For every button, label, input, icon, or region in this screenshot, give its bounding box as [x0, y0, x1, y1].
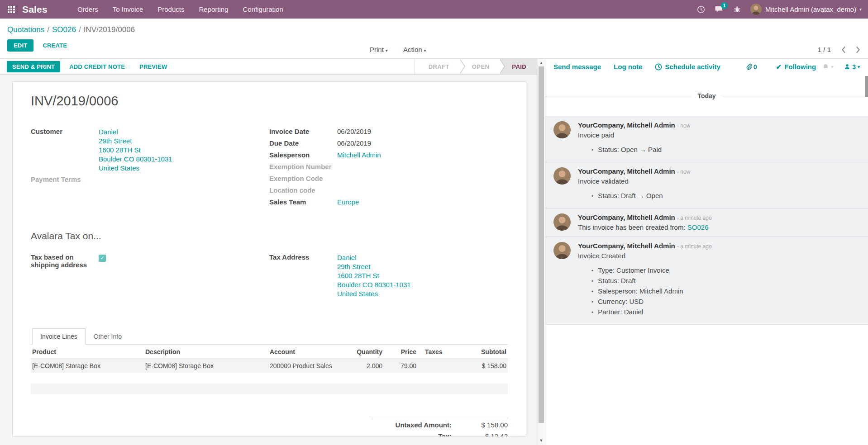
exemption-code-label: Exemption Code [269, 175, 337, 184]
message-bullet: Salesperson: Mitchell Admin [591, 286, 860, 297]
apps-menu-icon[interactable] [8, 6, 15, 13]
create-button[interactable]: CREATE [37, 39, 72, 52]
message-thread: YourCompany, Mitchell Admin - now Invoic… [545, 116, 868, 325]
tax-address-line[interactable]: 1600 28TH St [337, 272, 379, 279]
user-menu-caret-icon: ▾ [859, 7, 862, 12]
col-account: Account [268, 345, 341, 359]
print-caret-icon: ▾ [386, 48, 388, 53]
message-bullet: Status: Draft [591, 276, 860, 286]
col-taxes: Taxes [418, 345, 467, 359]
following-button[interactable]: ✔ Following [776, 63, 816, 71]
cell-taxes [418, 359, 467, 373]
untaxed-amount-value: $ 158.00 [458, 421, 508, 429]
location-code-label: Location code [269, 186, 337, 195]
menu-reporting[interactable]: Reporting [191, 0, 235, 19]
tab-invoice-lines[interactable]: Invoice Lines [32, 328, 86, 345]
date-divider: Today [545, 92, 868, 99]
status-open[interactable]: OPEN [460, 59, 500, 74]
customer-address-line[interactable]: 1600 28TH St [99, 146, 141, 154]
edit-button[interactable]: EDIT [7, 39, 33, 52]
send-and-print-button[interactable]: SEND & PRINT [7, 61, 60, 72]
date-divider-label: Today [692, 92, 721, 99]
action-dropdown[interactable]: Action▾ [403, 46, 426, 53]
preview-button[interactable]: PREVIEW [134, 61, 172, 73]
notification-bell-button[interactable]: ▾ [822, 63, 833, 71]
menu-products[interactable]: Products [150, 0, 191, 19]
tax-based-shipping-checkbox[interactable]: ✓ [99, 255, 106, 262]
message-author: YourCompany, Mitchell Admin [578, 213, 675, 221]
customer-address-line[interactable]: United States [99, 164, 139, 172]
message-time: - now [677, 169, 690, 175]
scroll-up-icon[interactable]: ▲ [538, 59, 545, 66]
cell-product: [E-COM08] Storage Box [31, 359, 144, 373]
add-credit-note-button[interactable]: ADD CREDIT NOTE [64, 61, 130, 73]
tax-address-line[interactable]: United States [337, 290, 378, 298]
chatter-panel: Send message Log note Schedule activity … [545, 59, 868, 445]
form-scrollbar[interactable]: ▲ ▼ [537, 59, 545, 445]
breadcrumb-quotations[interactable]: Quotations [7, 25, 44, 34]
exemption-number-label: Exemption Number [269, 163, 337, 172]
breadcrumb-separator: / [79, 25, 81, 34]
message-bullet: Status: Open → Paid [591, 145, 860, 155]
invoice-title: INV/2019/0006 [31, 94, 508, 109]
breadcrumb: Quotations/SO026/INV/2019/0006 [7, 25, 861, 34]
totals-section: Untaxed Amount: $ 158.00 Tax: $ 12.42 To… [371, 419, 508, 437]
invoice-date-label: Invoice Date [269, 128, 337, 137]
customer-address-line[interactable]: 29th Street [99, 137, 132, 145]
tax-address-line[interactable]: Boulder CO 80301-1031 [337, 281, 411, 289]
activities-clock-icon[interactable] [697, 5, 705, 14]
chatter-header: Send message Log note Schedule activity … [545, 59, 868, 75]
customer-address-line[interactable]: Boulder CO 80301-1031 [99, 155, 172, 163]
followers-button[interactable]: 3 ▾ [844, 63, 860, 71]
menu-orders[interactable]: Orders [70, 0, 105, 19]
schedule-activity-button[interactable]: Schedule activity [655, 63, 720, 71]
status-paid[interactable]: PAID [500, 59, 537, 74]
scroll-down-icon[interactable]: ▼ [538, 437, 545, 444]
tab-other-info[interactable]: Other Info [86, 328, 130, 345]
breadcrumb-so026[interactable]: SO026 [52, 25, 76, 34]
message-avatar [553, 242, 571, 259]
invoice-lines-table: Product Description Account Quantity Pri… [31, 345, 508, 394]
invoice-sheet: INV/2019/0006 Customer Daniel 29th Stree… [12, 81, 526, 437]
col-subtotal: Subtotal [467, 345, 508, 359]
message-text: Invoice validated [578, 177, 860, 185]
message: YourCompany, Mitchell Admin - a minute a… [545, 237, 868, 325]
send-message-button[interactable]: Send message [553, 63, 601, 71]
schedule-clock-icon [655, 63, 662, 71]
tax-address-line[interactable]: 29th Street [337, 263, 370, 270]
messages-icon[interactable]: 1 [715, 5, 724, 13]
message-count-badge: 1 [721, 2, 728, 9]
chatter-scrollbar-thumb[interactable] [865, 76, 868, 97]
main-menu: Orders To Invoice Products Reporting Con… [70, 0, 291, 19]
pager-next-icon[interactable] [856, 46, 861, 53]
sales-team-link[interactable]: Europe [337, 198, 359, 206]
avalara-section-heading: Avalara Tax on... [31, 231, 508, 241]
source-order-link[interactable]: SO026 [687, 223, 709, 231]
salesperson-link[interactable]: Mitchell Admin [337, 151, 381, 159]
user-menu[interactable]: Mitchell Admin (avatax_demo) ▾ [750, 4, 862, 15]
message-time: - a minute ago [677, 215, 712, 221]
cell-subtotal: $ 158.00 [467, 359, 508, 373]
form-scrollbar-thumb[interactable] [539, 66, 544, 423]
tax-address-line[interactable]: Daniel [337, 254, 357, 261]
due-date-label: Due Date [269, 139, 337, 148]
attachment-count: 0 [754, 63, 757, 71]
log-note-button[interactable]: Log note [614, 63, 642, 71]
user-avatar [750, 4, 762, 15]
menu-to-invoice[interactable]: To Invoice [105, 0, 151, 19]
payment-terms-label: Payment Terms [31, 175, 99, 185]
invoice-line-row[interactable]: [E-COM08] Storage Box [E-COM08] Storage … [31, 359, 508, 373]
print-dropdown[interactable]: Print▾ [370, 46, 388, 53]
follower-count: 3 [852, 63, 856, 71]
user-name: Mitchell Admin (avatax_demo) [765, 5, 856, 13]
pager-previous-icon[interactable] [841, 46, 846, 53]
status-draft[interactable]: DRAFT [417, 59, 460, 74]
menu-configuration[interactable]: Configuration [236, 0, 291, 19]
customer-link[interactable]: Daniel [99, 128, 118, 136]
message-bullet: Partner: Daniel [591, 307, 860, 317]
customer-address: Daniel 29th Street 1600 28TH St Boulder … [99, 128, 172, 173]
untaxed-amount-label: Untaxed Amount: [371, 421, 458, 429]
attachments-button[interactable]: 0 [745, 63, 757, 71]
debug-bug-icon[interactable] [734, 5, 741, 13]
statusbar: SEND & PRINT ADD CREDIT NOTE PREVIEW DRA… [0, 59, 545, 75]
